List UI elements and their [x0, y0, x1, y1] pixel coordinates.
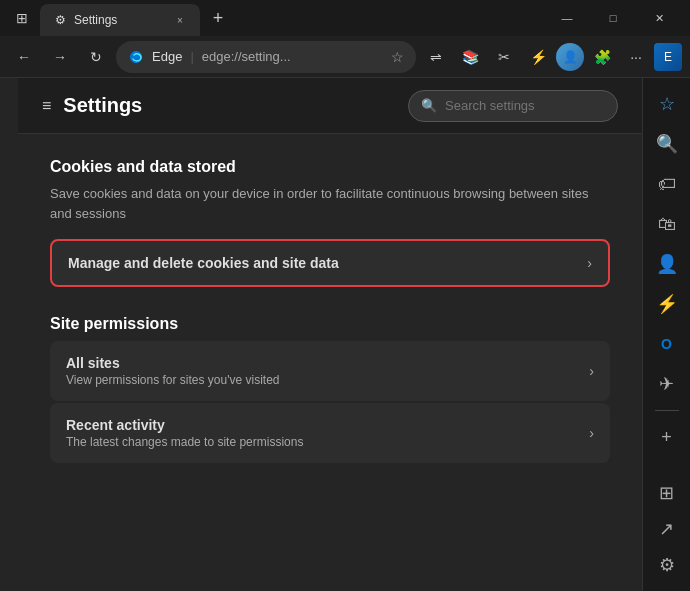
edge-logo-icon: [128, 49, 144, 65]
close-button[interactable]: ✕: [636, 0, 682, 36]
tab-favicon-icon: ⚙: [52, 12, 68, 28]
edge-ext-button[interactable]: E: [654, 43, 682, 71]
sidebar-bottom: ⊞ ↗ ⚙: [649, 475, 685, 583]
content-area: ≡ Settings 🔍 Cookies and data stored Sav…: [0, 78, 642, 591]
new-tab-button[interactable]: +: [204, 4, 232, 32]
tab-grid-icon[interactable]: ⊞: [8, 4, 36, 32]
all-sites-label: All sites: [66, 355, 577, 371]
address-separator: |: [190, 49, 193, 64]
settings-page-title: Settings: [63, 94, 142, 117]
favorites-nav-icon[interactable]: 📚: [454, 41, 486, 73]
settings-more-icon[interactable]: ···: [620, 41, 652, 73]
tab-label: Settings: [74, 13, 166, 27]
sidebar-divider-1: [655, 410, 679, 411]
search-settings-input[interactable]: [445, 98, 613, 113]
maximize-button[interactable]: □: [590, 0, 636, 36]
screenshot-icon[interactable]: ✂: [488, 41, 520, 73]
nav-bar: ← → ↻ Edge | edge://setting... ☆ ⇌ 📚 ✂ ⚡…: [0, 36, 690, 78]
address-bar[interactable]: Edge | edge://setting... ☆: [116, 41, 416, 73]
sidebar-settings-icon[interactable]: ⚙: [649, 547, 685, 583]
recent-activity-label: Recent activity: [66, 417, 577, 433]
profile-avatar[interactable]: 👤: [556, 43, 584, 71]
sidebar-profile-icon[interactable]: 👤: [649, 246, 685, 282]
all-sites-item[interactable]: All sites View permissions for sites you…: [50, 341, 610, 401]
tab-group: ⚙ Settings ×: [40, 0, 200, 36]
sidebar-shopping-icon[interactable]: 🛍: [649, 206, 685, 242]
forward-button[interactable]: →: [44, 41, 76, 73]
settings-content: Cookies and data stored Save cookies and…: [18, 134, 642, 489]
sidebar-add-icon[interactable]: +: [649, 419, 685, 455]
sidebar-tag-icon[interactable]: 🏷: [649, 166, 685, 202]
address-url-text: edge://setting...: [202, 49, 291, 64]
sidebar-outlook-icon[interactable]: O: [649, 326, 685, 362]
title-bar-right: — □ ✕: [544, 0, 682, 36]
sidebar-copilot-icon[interactable]: ⚡: [649, 286, 685, 322]
manage-cookies-item[interactable]: Manage and delete cookies and site data …: [50, 239, 610, 287]
search-icon: 🔍: [421, 98, 437, 113]
tab-close-button[interactable]: ×: [172, 12, 188, 28]
recent-activity-inner: Recent activity The latest changes made …: [50, 403, 610, 463]
hamburger-icon[interactable]: ≡: [42, 97, 51, 115]
cookies-section-desc: Save cookies and data on your device in …: [50, 184, 610, 223]
copilot-icon[interactable]: ⚡: [522, 41, 554, 73]
manage-cookies-chevron: ›: [587, 255, 592, 271]
title-bar-left: ⊞ ⚙ Settings × +: [8, 0, 232, 36]
all-sites-inner: All sites View permissions for sites you…: [50, 341, 610, 401]
permissions-section-title: Site permissions: [50, 315, 610, 333]
collections-icon[interactable]: ⇌: [420, 41, 452, 73]
sidebar-split-icon[interactable]: ⊞: [649, 475, 685, 511]
manage-cookies-inner: Manage and delete cookies and site data …: [52, 241, 608, 285]
active-tab[interactable]: ⚙ Settings ×: [40, 4, 200, 36]
sidebar-favorites-icon[interactable]: ☆: [649, 86, 685, 122]
edge-brand-label: Edge: [152, 49, 182, 64]
sidebar-search-icon[interactable]: 🔍: [649, 126, 685, 162]
bookmark-icon[interactable]: ☆: [391, 49, 404, 65]
recent-activity-text: Recent activity The latest changes made …: [66, 417, 577, 449]
manage-cookies-text: Manage and delete cookies and site data: [68, 255, 575, 271]
settings-header: ≡ Settings 🔍: [18, 78, 642, 134]
back-button[interactable]: ←: [8, 41, 40, 73]
sidebar-external-link-icon[interactable]: ↗: [649, 511, 685, 547]
all-sites-chevron: ›: [589, 363, 594, 379]
cookies-section-title: Cookies and data stored: [50, 158, 610, 176]
recent-activity-chevron: ›: [589, 425, 594, 441]
all-sites-text: All sites View permissions for sites you…: [66, 355, 577, 387]
title-bar: ⊞ ⚙ Settings × + — □ ✕: [0, 0, 690, 36]
minimize-button[interactable]: —: [544, 0, 590, 36]
sidebar-send-icon[interactable]: ✈: [649, 366, 685, 402]
settings-main: ≡ Settings 🔍 Cookies and data stored Sav…: [18, 78, 642, 591]
manage-cookies-label: Manage and delete cookies and site data: [68, 255, 575, 271]
refresh-button[interactable]: ↻: [80, 41, 112, 73]
extensions-nav-icon[interactable]: 🧩: [586, 41, 618, 73]
nav-right-icons: ⇌ 📚 ✂ ⚡ 👤 🧩 ··· E: [420, 41, 682, 73]
all-sites-sublabel: View permissions for sites you've visite…: [66, 373, 577, 387]
recent-activity-item[interactable]: Recent activity The latest changes made …: [50, 403, 610, 463]
search-settings-bar[interactable]: 🔍: [408, 90, 618, 122]
right-sidebar: ☆ 🔍 🏷 🛍 👤 ⚡ O ✈ + ⊞ ↗ ⚙: [642, 78, 690, 591]
left-panel: [0, 78, 18, 591]
recent-activity-sublabel: The latest changes made to site permissi…: [66, 435, 577, 449]
